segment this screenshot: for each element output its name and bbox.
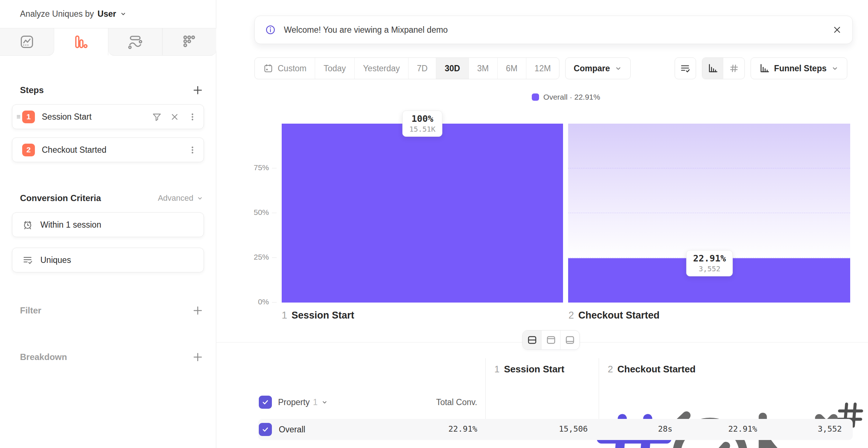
date-range-6m[interactable]: 6M — [498, 58, 526, 79]
step-number-badge: 1 — [22, 111, 35, 123]
compare-button[interactable]: Compare — [565, 57, 631, 79]
analyze-uniques-row: Analyze Uniques by User — [20, 6, 127, 22]
table-group-header-step2: 2 Checkout Started — [608, 364, 696, 375]
filter-funnel-icon[interactable] — [152, 112, 162, 122]
chevron-down-icon — [321, 399, 328, 406]
add-filter-button[interactable] — [192, 305, 204, 316]
check-icon — [261, 425, 269, 433]
tab-flows[interactable] — [108, 28, 162, 56]
step-number-badge: 2 — [22, 144, 35, 156]
tab-insights[interactable] — [0, 28, 54, 56]
counting-method-label: Uniques — [40, 255, 71, 265]
kebab-menu-icon[interactable] — [187, 145, 198, 155]
table-only-view-icon — [564, 335, 575, 345]
chevron-down-icon — [120, 10, 127, 17]
breakdown-header: Breakdown — [20, 349, 204, 365]
split-view-icon — [527, 335, 538, 345]
step-card-2[interactable]: 2 Checkout Started — [12, 137, 204, 162]
uniques-list-check-icon — [680, 63, 691, 74]
filter-title: Filter — [20, 305, 41, 316]
banner-message: Welcome! You are viewing a Mixpanel demo — [284, 25, 448, 35]
date-range-segmented-control: Custom Today Yesterday 7D 30D 3M 6M 12M — [254, 57, 559, 79]
date-range-toolbar: Custom Today Yesterday 7D 30D 3M 6M 12M … — [254, 57, 631, 79]
legend-label: Overall · 22.91% — [543, 93, 600, 101]
tab-funnels[interactable] — [54, 28, 108, 56]
drag-handle-icon[interactable] — [15, 112, 23, 121]
step-event-label[interactable]: Checkout Started — [42, 145, 107, 155]
step-event-label[interactable]: Session Start — [42, 112, 92, 122]
select-all-checkbox[interactable] — [259, 396, 272, 409]
chart-only-view-icon — [546, 335, 556, 345]
funnel-chart-icon — [707, 63, 718, 74]
layout-toggle — [522, 330, 580, 350]
uniques-toggle-button[interactable] — [675, 57, 696, 79]
hash-icon — [728, 63, 739, 74]
remove-step-icon[interactable] — [169, 112, 180, 122]
add-breakdown-button[interactable] — [192, 351, 204, 363]
uniques-list-check-icon — [22, 255, 33, 265]
tooltip-count: 3,552 — [693, 264, 726, 273]
counting-method-card[interactable]: Uniques — [12, 248, 204, 272]
value-display-segmented-control — [702, 57, 745, 79]
add-step-button[interactable] — [192, 84, 204, 96]
conversion-window-card[interactable]: Within 1 session — [12, 212, 204, 237]
split-view-toggle[interactable] — [523, 331, 542, 349]
gridline-75 — [568, 168, 850, 168]
funnel-bars-view-toggle[interactable] — [702, 58, 723, 79]
y-axis-tick-mark — [272, 213, 277, 213]
alarm-clock-icon — [22, 219, 33, 230]
info-icon — [265, 24, 276, 35]
cell-step1-count: 15,506 — [515, 424, 588, 433]
cell-conv-rate: 22.91% — [684, 424, 757, 433]
y-axis-tick: 75% — [247, 163, 269, 172]
funnels-icon — [73, 34, 89, 49]
chevron-down-icon — [196, 195, 204, 202]
chevron-down-icon — [831, 64, 839, 72]
breakdown-title: Breakdown — [20, 352, 67, 362]
analyze-value-dropdown[interactable]: User — [97, 9, 116, 19]
date-range-3m[interactable]: 3M — [469, 58, 498, 79]
property-dropdown[interactable]: Property 1 — [278, 396, 328, 409]
tab-retention[interactable] — [162, 28, 216, 56]
y-axis-tick-mark — [272, 302, 277, 303]
retention-icon — [182, 34, 197, 49]
y-axis-tick: 0% — [247, 297, 269, 306]
row-label: Overall — [279, 425, 305, 435]
legend-swatch — [532, 93, 539, 101]
funnel-steps-view-dropdown[interactable]: Funnel Steps — [751, 57, 847, 79]
table-group-header-step1: 1 Session Start — [494, 364, 564, 375]
chart-only-view-toggle[interactable] — [542, 331, 560, 349]
date-range-yesterday[interactable]: Yesterday — [355, 58, 409, 79]
tooltip-percent: 100% — [409, 113, 435, 124]
y-axis-tick: 25% — [247, 253, 269, 261]
tooltip-percent: 22.91% — [693, 253, 726, 264]
conversion-window-label: Within 1 session — [40, 220, 101, 230]
conversion-criteria-title: Conversion Criteria — [20, 193, 101, 203]
y-axis-tick-mark — [272, 168, 277, 168]
x-axis-step-label-1: 1 Session Start — [282, 310, 354, 321]
chart-legend: Overall · 22.91% — [282, 93, 850, 101]
kebab-menu-icon[interactable] — [187, 112, 198, 122]
report-type-tabs — [0, 28, 216, 56]
table-only-view-toggle[interactable] — [560, 331, 579, 349]
total-conv-column-header[interactable]: Total Conv. — [386, 397, 477, 407]
close-icon[interactable] — [832, 25, 842, 35]
step-card-1[interactable]: 1 Session Start — [12, 104, 204, 129]
funnel-chart-icon — [759, 63, 770, 74]
advanced-dropdown[interactable]: Advanced — [158, 193, 204, 203]
calendar-icon — [263, 63, 273, 73]
row-checkbox[interactable] — [259, 423, 272, 436]
insights-icon — [19, 34, 35, 49]
chevron-down-icon — [614, 64, 622, 72]
number-view-toggle[interactable] — [723, 58, 744, 79]
funnel-bar-step1[interactable] — [282, 124, 563, 303]
query-builder-sidebar: Analyze Uniques by User — [0, 0, 216, 448]
date-range-today[interactable]: Today — [315, 58, 354, 79]
date-range-12m[interactable]: 12M — [526, 58, 559, 79]
funnel-analysis-page: Analyze Uniques by User — [0, 0, 868, 448]
date-range-7d[interactable]: 7D — [409, 58, 436, 79]
date-range-30d[interactable]: 30D — [436, 58, 469, 79]
cell-converted-count: 3,552 — [769, 424, 842, 433]
conversion-criteria-header: Conversion Criteria Advanced — [20, 189, 204, 207]
date-range-custom[interactable]: Custom — [255, 58, 315, 79]
